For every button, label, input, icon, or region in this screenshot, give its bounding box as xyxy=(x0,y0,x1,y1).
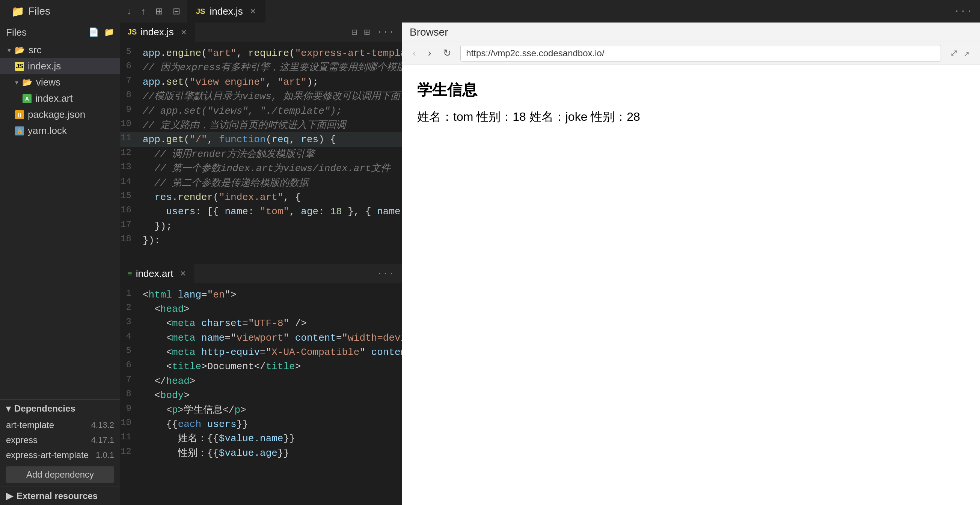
add-dependency-button[interactable]: Add dependency xyxy=(6,466,114,483)
fullscreen-icon[interactable]: ⊞ xyxy=(364,26,370,38)
new-folder-button[interactable]: ⊟ xyxy=(170,5,183,18)
code-editor-indexjs[interactable]: 5 app.engine("art", require("express-art… xyxy=(120,42,402,264)
js-file-icon: JS xyxy=(15,62,24,71)
dep-express[interactable]: express 4.17.1 xyxy=(0,433,120,448)
tab-indexjs[interactable]: JS index.js ✕ xyxy=(187,0,266,22)
dep-art-template[interactable]: art-template 4.13.2 xyxy=(0,418,120,433)
js-tab-icon: JS xyxy=(196,7,205,16)
art-editor-tab-icon: ≡ xyxy=(128,269,132,278)
art-line-10: 10 {{each users}} xyxy=(120,417,402,431)
dep-version: 4.13.2 xyxy=(91,420,114,430)
editor-tab-indexjs-label: index.js xyxy=(140,26,173,38)
dependencies-header[interactable]: ▾ Dependencies xyxy=(0,400,120,418)
line-content-14: // 第二个参数是传递给模版的数据 xyxy=(143,176,309,190)
browser-title: Browser xyxy=(410,26,448,38)
files-icon: 📁 xyxy=(11,5,24,17)
new-file-button[interactable]: ⊞ xyxy=(153,5,166,18)
art-line-num-2: 2 xyxy=(120,302,143,313)
sidebar-section-files: Files xyxy=(6,27,27,38)
sidebar-item-indexart[interactable]: A index.art xyxy=(0,91,120,106)
editor-indexjs: JS index.js ✕ ⊟ ⊞ ··· 5 app.engine("art"… xyxy=(120,22,402,264)
browser-nav: ‹ › ↻ ⤢ ↗ xyxy=(402,42,980,65)
editor-tabs-bar-bottom: ≡ index.art ✕ ··· xyxy=(120,264,402,284)
art-line-num-11: 11 xyxy=(120,431,143,442)
sidebar-header-icons: 📄 📁 xyxy=(89,27,114,38)
views-label: views xyxy=(36,76,60,88)
art-line-5: 5 <meta http-equiv="X-UA-Compatible" con… xyxy=(120,345,402,359)
editor-tab-indexart[interactable]: ≡ index.art ✕ xyxy=(120,264,194,283)
editor-tabs-bar-top: JS index.js ✕ ⊟ ⊞ ··· xyxy=(120,22,402,42)
dep-version-express: 4.17.1 xyxy=(91,435,114,445)
browser-page-body: 姓名：tom 性别：18 姓名：joke 性别：28 xyxy=(417,108,965,126)
browser-header: Browser xyxy=(402,22,980,42)
browser-url-input[interactable] xyxy=(460,45,941,62)
line-content-16: users: [{ name: "tom", age: 18 }, { name… xyxy=(143,204,402,218)
split-editor-icon[interactable]: ⊟ xyxy=(352,26,358,38)
art-line-content-1: <html lang="en"> xyxy=(143,287,237,302)
line-num-10: 10 xyxy=(120,118,143,129)
art-file-icon: A xyxy=(22,94,32,103)
chevron-deps-icon: ▾ xyxy=(6,403,11,414)
art-line-num-3: 3 xyxy=(120,316,143,327)
forward-button[interactable]: › xyxy=(425,46,434,60)
sidebar-item-src[interactable]: ▾ 📂 src xyxy=(0,42,120,58)
art-line-11: 11 姓名：{{$value.name}} xyxy=(120,431,402,445)
sidebar: Files 📄 📁 ▾ 📂 src JS index.js ▾ 📂 xyxy=(0,22,120,505)
code-line-5: 5 app.engine("art", require("express-art… xyxy=(120,46,402,60)
sort-up-button[interactable]: ↑ xyxy=(138,5,149,18)
back-button[interactable]: ‹ xyxy=(410,46,419,60)
tab-label: index.js xyxy=(210,6,243,17)
sidebar-item-yarnlock[interactable]: 🔒 yarn.lock xyxy=(0,123,120,139)
line-content-13: // 第一个参数index.art为views/index.art文件 xyxy=(143,161,390,175)
code-line-15: 15 res.render("index.art", { xyxy=(120,190,402,204)
editor-tab-close-icon[interactable]: ✕ xyxy=(181,28,187,37)
code-line-17: 17 }); xyxy=(120,219,402,233)
art-line-9: 9 <p>学生信息</p> xyxy=(120,403,402,417)
new-folder-icon[interactable]: 📁 xyxy=(104,27,114,38)
tab-close-icon[interactable]: ✕ xyxy=(250,7,256,16)
line-num-7: 7 xyxy=(120,75,143,86)
dep-express-art-template[interactable]: express-art-template 1.0.1 xyxy=(0,448,120,463)
line-num-17: 17 xyxy=(120,219,143,230)
external-link-icon[interactable]: ↗ xyxy=(964,47,969,59)
art-line-num-5: 5 xyxy=(120,345,143,356)
editor-tab-indexjs[interactable]: JS index.js ✕ xyxy=(120,22,195,42)
line-num-16: 16 xyxy=(120,204,143,215)
editor-tab-indexart-label: index.art xyxy=(136,268,173,279)
code-line-16: 16 users: [{ name: "tom", age: 18 }, { n… xyxy=(120,204,402,218)
files-label: Files xyxy=(28,5,50,17)
top-tabs: JS index.js ✕ ··· xyxy=(187,0,980,22)
refresh-button[interactable]: ↻ xyxy=(440,46,454,60)
line-content-8: //模版引擎默认目录为views, 如果你要修改可以调用下面命令,把目录改为te… xyxy=(143,89,402,103)
editor-indexart: ≡ index.art ✕ ··· 1 <html lang="en"> 2 <… xyxy=(120,264,402,505)
code-line-13: 13 // 第一个参数index.art为views/index.art文件 xyxy=(120,161,402,175)
line-content-9: // app.set("views", "./template"); xyxy=(143,103,342,118)
browser-page-title: 学生信息 xyxy=(417,79,965,100)
code-line-8: 8 //模版引擎默认目录为views, 如果你要修改可以调用下面命令,把目录改为… xyxy=(120,89,402,103)
art-line-content-8: <body> xyxy=(143,388,189,402)
art-line-content-9: <p>学生信息</p> xyxy=(143,403,246,417)
top-bar: 📁 Files ↓ ↑ ⊞ ⊟ JS index.js ✕ ··· xyxy=(0,0,980,22)
more-options-icon[interactable]: ··· xyxy=(377,26,394,38)
indexjs-label: index.js xyxy=(28,60,61,72)
expand-icon[interactable]: ⤢ xyxy=(950,47,958,59)
bottom-more-options-icon[interactable]: ··· xyxy=(377,268,394,279)
line-num-8: 8 xyxy=(120,89,143,100)
art-line-num-9: 9 xyxy=(120,403,143,413)
folder-icon: 📂 xyxy=(14,45,25,55)
sort-down-button[interactable]: ↓ xyxy=(124,5,134,18)
sidebar-item-packagejson[interactable]: {} package.json xyxy=(0,106,120,123)
tab-more-button[interactable]: ··· xyxy=(946,6,980,17)
new-file-icon[interactable]: 📄 xyxy=(89,27,99,38)
external-resources-label: External resources xyxy=(16,491,98,501)
editor-tab-art-close-icon[interactable]: ✕ xyxy=(180,269,186,278)
code-editor-indexart[interactable]: 1 <html lang="en"> 2 <head> 3 <meta char… xyxy=(120,284,402,505)
line-num-11: 11 xyxy=(120,132,143,143)
art-line-content-10: {{each users}} xyxy=(143,417,248,431)
external-resources-header[interactable]: ▶ External resources xyxy=(0,487,120,505)
views-folder-icon: 📂 xyxy=(22,78,32,87)
line-content-15: res.render("index.art", { xyxy=(143,190,301,204)
sidebar-item-views[interactable]: ▾ 📂 views xyxy=(0,74,120,91)
art-line-content-4: <meta name="viewport" content="width=dev… xyxy=(143,330,402,345)
sidebar-item-indexjs[interactable]: JS index.js xyxy=(0,58,120,74)
